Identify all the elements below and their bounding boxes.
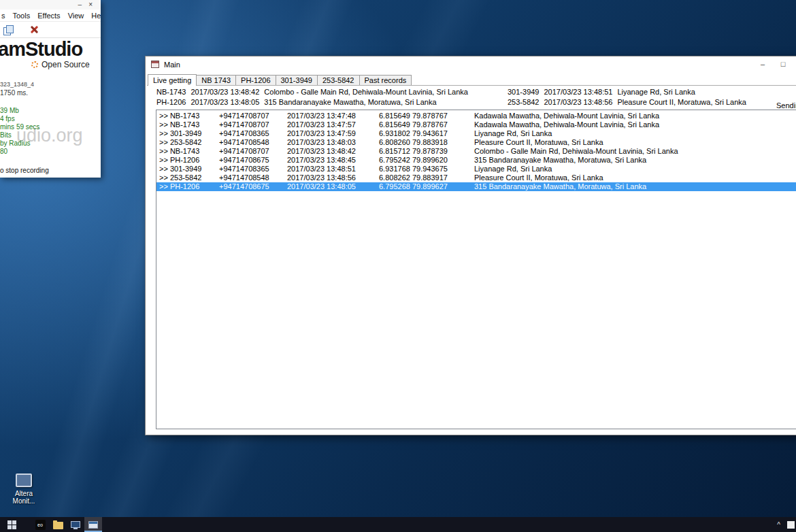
record-phone: +94714708707: [219, 112, 287, 120]
maximize-button[interactable]: □: [773, 56, 793, 73]
menu-item-help[interactable]: Help: [91, 12, 101, 20]
tab-strip: Live gettingNB 1743PH-1206301-3949253-58…: [148, 73, 411, 85]
main-window-titlebar[interactable]: Main – □ ×: [146, 56, 796, 73]
recording-stat: 80: [0, 148, 39, 156]
record-timestamp: 2017/03/23 13:48:03: [287, 138, 379, 147]
record-timestamp: 2017/03/23 13:47:57: [287, 120, 379, 129]
record-coordinates: 6.815712 79.878739: [379, 147, 474, 156]
menu-item-tools[interactable]: Tools: [13, 12, 31, 20]
recording-interval: 1750 ms.: [0, 89, 28, 97]
menu-item-view[interactable]: View: [68, 12, 84, 20]
record-id: >> 301-3949: [159, 129, 219, 138]
stop-recording-hint: o stop recording: [0, 167, 49, 174]
record-id: >> NB-1743: [159, 112, 219, 120]
status-device-id: NB-1743: [156, 88, 186, 96]
windows-logo-icon: [7, 520, 16, 529]
list-item[interactable]: >> PH-1206+947147086752017/03/23 13:48:0…: [156, 182, 796, 191]
record-coordinates: 6.931768 79.943675: [379, 165, 474, 173]
status-address: 315 Bandaranayake Mawatha, Moratuwa, Sri…: [264, 98, 436, 106]
camstudio-stats: 39 Mb4 fpsmins 59 secsBitsby Radius80: [0, 107, 39, 156]
tray-expand-icon[interactable]: ^: [777, 521, 780, 529]
record-timestamp: 2017/03/23 13:48:45: [287, 156, 379, 165]
camstudio-toolbar: [0, 21, 101, 38]
status-device-id: 301-3949: [508, 88, 540, 96]
start-button[interactable]: [0, 517, 23, 532]
menu-item-s[interactable]: s: [1, 12, 5, 20]
tray-app-icon[interactable]: [787, 521, 795, 529]
gear-icon: [31, 61, 38, 68]
record-address: 315 Bandaranayake Mawatha, Moratuwa, Sri…: [474, 156, 796, 165]
sending-status: Sending s: [776, 101, 796, 110]
record-coordinates: 6.931802 79.943617: [379, 129, 474, 138]
list-item[interactable]: >> 301-3949+947147083652017/03/23 13:48:…: [156, 165, 796, 173]
record-coordinates: 6.808260 79.883918: [379, 138, 474, 147]
list-item[interactable]: >> 253-5842+947147085482017/03/23 13:48:…: [156, 138, 796, 147]
minimize-button[interactable]: –: [752, 56, 773, 73]
list-item[interactable]: >> PH-1206+947147086752017/03/23 13:48:4…: [156, 156, 796, 165]
record-phone: +94714708707: [219, 120, 287, 129]
record-address: 315 Bandaranayake Mawatha, Moratuwa, Sri…: [474, 182, 796, 191]
tab-past-records[interactable]: Past records: [359, 75, 412, 85]
recording-stat: 39 Mb: [0, 107, 39, 115]
record-timestamp: 2017/03/23 13:47:59: [287, 129, 379, 138]
app-window-icon: [88, 521, 98, 529]
record-timestamp: 2017/03/23 13:48:42: [287, 147, 379, 156]
camstudio-titlebar[interactable]: – ×: [0, 0, 101, 10]
status-device-id: PH-1206: [156, 98, 186, 106]
tab-page-border: [147, 85, 796, 86]
record-phone: +94714708365: [219, 165, 287, 173]
recording-stat: 4 fps: [0, 115, 39, 123]
record-address: Kadawala Mawatha, Dehiwala-Mount Lavinia…: [474, 120, 796, 129]
taskbar-app-monitor[interactable]: [67, 517, 84, 532]
record-coordinates: 6.795268 79.899627: [379, 182, 474, 191]
status-timestamp: 2017/03/23 13:48:05: [190, 98, 259, 106]
list-item[interactable]: >> NB-1743+947147087072017/03/23 13:47:5…: [156, 120, 796, 129]
close-button[interactable]: ×: [793, 56, 796, 73]
record-phone: +94714708365: [219, 129, 287, 138]
recording-filename: 323_1348_4: [0, 81, 34, 88]
menu-item-effects[interactable]: Effects: [37, 12, 60, 20]
record-address: Liyanage Rd, Sri Lanka: [474, 165, 796, 173]
status-entry: 301-39492017/03/23 13:48:51Liyanage Rd, …: [508, 88, 695, 96]
status-panel: NB-17432017/03/23 13:48:42Colombo - Gall…: [146, 88, 796, 108]
tab-live-getting[interactable]: Live getting: [148, 74, 197, 86]
tab-253-5842[interactable]: 253-5842: [317, 75, 360, 85]
desktop-icon-label-line1: Altera: [15, 490, 33, 497]
status-entry: PH-12062017/03/23 13:48:05315 Bandaranay…: [156, 98, 437, 106]
close-icon[interactable]: ×: [88, 0, 93, 10]
record-timestamp: 2017/03/23 13:48:56: [287, 173, 379, 182]
status-entry: NB-17432017/03/23 13:48:42Colombo - Gall…: [156, 88, 468, 96]
record-list[interactable]: >> NB-1743+947147087072017/03/23 13:47:4…: [156, 110, 796, 429]
record-timestamp: 2017/03/23 13:48:51: [287, 165, 379, 173]
minimize-icon[interactable]: –: [78, 0, 82, 10]
desktop-icon-altera-monitor[interactable]: Altera Monit...: [4, 473, 44, 505]
record-phone: +94714708675: [219, 156, 287, 165]
system-tray: ^: [777, 517, 796, 532]
record-address: Colombo - Galle Main Rd, Dehiwala-Mount …: [474, 147, 796, 156]
record-timestamp: 2017/03/23 13:47:48: [287, 112, 379, 120]
delete-icon[interactable]: [30, 25, 39, 34]
list-item[interactable]: >> 301-3949+947147083652017/03/23 13:47:…: [156, 129, 796, 138]
record-id: >> 253-5842: [159, 138, 219, 147]
camstudio-window: – × sToolsEffectsViewHelp amStudio Open …: [0, 0, 101, 178]
tab-nb-1743[interactable]: NB 1743: [196, 75, 236, 85]
desktop-icon-label: Altera Monit...: [4, 490, 44, 505]
tab-301-3949[interactable]: 301-3949: [276, 75, 318, 85]
window-icon: [151, 61, 159, 68]
tab-ph-1206[interactable]: PH-1206: [235, 75, 276, 85]
folder-icon: [53, 522, 63, 529]
camstudio-logo: amStudio: [0, 38, 82, 61]
list-item[interactable]: >> 253-5842+947147085482017/03/23 13:48:…: [156, 173, 796, 182]
record-address: Pleasure Court II, Moratuwa, Sri Lanka: [474, 173, 796, 182]
monitor-icon: [71, 521, 80, 528]
list-item[interactable]: >> NB-1743+947147087072017/03/23 13:48:4…: [156, 147, 796, 156]
taskbar-file-explorer[interactable]: [49, 517, 67, 532]
pages-icon[interactable]: [3, 25, 14, 35]
record-address: Liyanage Rd, Sri Lanka: [474, 129, 796, 138]
list-item[interactable]: >> NB-1743+947147087072017/03/23 13:47:4…: [156, 112, 796, 120]
record-phone: +94714708548: [219, 138, 287, 147]
taskbar-app-recorder[interactable]: [84, 517, 102, 532]
recording-stat: by Radius: [0, 139, 39, 148]
record-phone: +94714708675: [219, 182, 287, 191]
taskbar-app-tile[interactable]: eo: [31, 517, 49, 532]
